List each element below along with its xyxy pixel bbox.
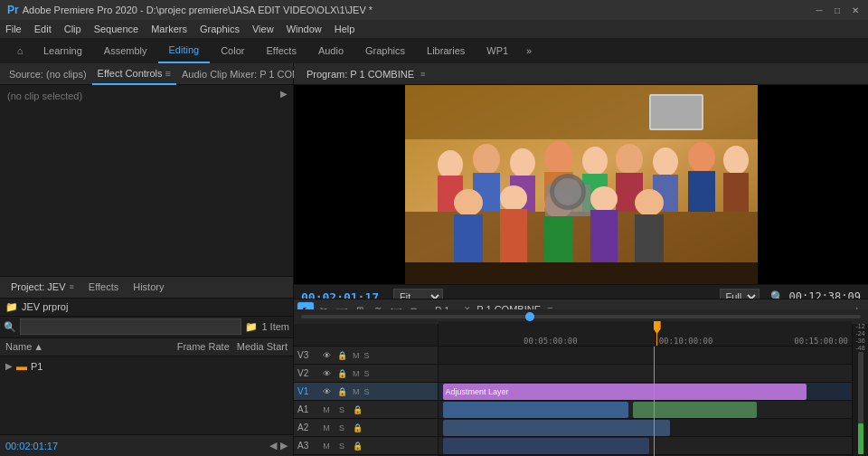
search-row: 🔍 📁 1 Item bbox=[0, 317, 293, 338]
svg-point-19 bbox=[688, 142, 715, 173]
timeline-main-area: V3 👁 🔒 M S V2 👁 🔒 M S bbox=[294, 321, 868, 456]
program-monitor-tab[interactable]: Program: P 1 COMBINE ≡ bbox=[301, 63, 430, 85]
nav-audio[interactable]: Audio bbox=[307, 38, 354, 63]
menu-file[interactable]: File bbox=[5, 24, 22, 34]
track-name-a2: A2 bbox=[297, 423, 317, 432]
nav-editing[interactable]: Editing bbox=[158, 38, 211, 63]
footer-icon-prev[interactable]: ◀ bbox=[269, 440, 277, 451]
svg-point-29 bbox=[590, 186, 618, 212]
panel-expand-button[interactable]: ▶ bbox=[280, 89, 288, 99]
menu-window[interactable]: Window bbox=[287, 24, 322, 34]
search-input[interactable] bbox=[20, 318, 241, 335]
history-tab[interactable]: History bbox=[126, 276, 171, 298]
timeline-ruler[interactable]: 00:05:00:00 00:10:00:00 00:15:00:00 bbox=[439, 321, 852, 347]
source-tabs-row: Source: (no clips) Effect Controls ≡ Aud… bbox=[0, 63, 293, 85]
nav-wp1[interactable]: WP1 bbox=[476, 38, 519, 63]
scrub-track[interactable] bbox=[301, 315, 861, 318]
footer-icon-next[interactable]: ▶ bbox=[280, 440, 288, 451]
track-mute-a3[interactable]: M bbox=[320, 440, 333, 452]
source-tab[interactable]: Source: (no clips) bbox=[4, 63, 92, 85]
effects-tab[interactable]: Effects bbox=[81, 276, 126, 298]
video-preview bbox=[294, 85, 868, 284]
project-tab[interactable]: Project: JEV ≡ bbox=[4, 276, 81, 298]
workspace-tabs: Learning Assembly Editing Color Effects … bbox=[33, 38, 519, 63]
track-mute-a1[interactable]: M bbox=[320, 404, 333, 416]
track-lane-a1[interactable] bbox=[439, 401, 852, 419]
svg-rect-32 bbox=[635, 214, 664, 262]
svg-point-35 bbox=[554, 178, 581, 205]
program-label: Program: P 1 COMBINE bbox=[307, 69, 414, 80]
project-folder-row: 📁 JEV prproj bbox=[0, 299, 293, 317]
list-item[interactable]: ▶ ▬ P1 bbox=[0, 356, 293, 376]
maximize-button[interactable]: □ bbox=[832, 5, 843, 15]
menu-help[interactable]: Help bbox=[335, 24, 355, 34]
clip-adjustment-layer[interactable]: Adjustment Layer bbox=[443, 384, 807, 400]
tracks-scroll-area[interactable]: Adjustment Layer bbox=[439, 347, 852, 456]
track-name-v2: V2 bbox=[297, 368, 317, 378]
track-lane-a2[interactable] bbox=[439, 419, 852, 437]
nav-color[interactable]: Color bbox=[210, 38, 255, 63]
track-sync-v2: M bbox=[353, 369, 360, 378]
menu-edit[interactable]: Edit bbox=[34, 24, 52, 34]
track-solo-a2[interactable]: S bbox=[335, 422, 348, 434]
track-list: V3 👁 🔒 M S V2 👁 🔒 M S bbox=[294, 347, 438, 456]
nav-learning[interactable]: Learning bbox=[33, 38, 93, 63]
track-lane-v1[interactable]: Adjustment Layer bbox=[439, 383, 852, 401]
track-eye-v2[interactable]: 👁 bbox=[320, 367, 333, 380]
svg-point-7 bbox=[473, 144, 500, 175]
nav-graphics[interactable]: Graphics bbox=[354, 38, 416, 63]
menu-sequence[interactable]: Sequence bbox=[94, 24, 139, 34]
playhead-line bbox=[656, 321, 657, 346]
ruler-labels-row: 00:05:00:00 00:10:00:00 00:15:00:00 bbox=[439, 337, 852, 346]
track-solo-a3[interactable]: S bbox=[335, 440, 348, 452]
track-lock-v2[interactable]: 🔒 bbox=[335, 367, 348, 380]
source-label: Source: (no clips) bbox=[9, 69, 87, 80]
adobe-icon: Pr bbox=[7, 4, 19, 16]
nav-more-button[interactable]: » bbox=[523, 45, 535, 56]
effect-controls-tab[interactable]: Effect Controls ≡ bbox=[92, 63, 176, 85]
svg-rect-22 bbox=[723, 173, 749, 212]
clip-a2-content[interactable] bbox=[443, 420, 670, 436]
nav-assembly[interactable]: Assembly bbox=[93, 38, 158, 63]
track-lane-a3[interactable] bbox=[439, 437, 852, 455]
track-solo-a1[interactable]: S bbox=[335, 404, 348, 416]
track-lock-a2[interactable]: 🔒 bbox=[351, 422, 363, 434]
track-name-a1: A1 bbox=[297, 404, 317, 414]
effect-controls-panel: (no clip selected) ▶ bbox=[0, 85, 293, 276]
volume-meter: -12 -24 -36 -48 bbox=[852, 321, 868, 456]
track-lock-v1[interactable]: 🔒 bbox=[335, 385, 348, 398]
clip-a3-content[interactable] bbox=[443, 438, 650, 454]
track-lane-v3[interactable] bbox=[439, 347, 852, 365]
svg-point-23 bbox=[454, 189, 483, 216]
menu-view[interactable]: View bbox=[252, 24, 274, 34]
track-mute-a2[interactable]: M bbox=[320, 422, 333, 434]
track-row-v3: V3 👁 🔒 M S bbox=[294, 347, 438, 365]
clip-a1-content[interactable] bbox=[443, 402, 629, 418]
ruler-label-10min: 00:10:00:00 bbox=[659, 337, 713, 346]
track-lock-a3[interactable]: 🔒 bbox=[351, 440, 363, 452]
track-lock-a1[interactable]: 🔒 bbox=[351, 404, 363, 416]
new-folder-button[interactable]: 📁 bbox=[245, 321, 258, 333]
home-button[interactable]: ⌂ bbox=[7, 38, 33, 63]
menu-markers[interactable]: Markers bbox=[151, 24, 187, 34]
project-panel-footer: 00:02:01:17 ◀ ▶ bbox=[0, 434, 293, 456]
track-lock-v3[interactable]: 🔒 bbox=[335, 349, 348, 362]
nav-effects[interactable]: Effects bbox=[255, 38, 307, 63]
track-lane-v2[interactable] bbox=[439, 365, 852, 383]
project-tabs-row: Project: JEV ≡ Effects History bbox=[0, 277, 293, 299]
effects-label: Effects bbox=[89, 281, 118, 292]
menu-graphics[interactable]: Graphics bbox=[200, 24, 240, 34]
project-label: Project: JEV bbox=[11, 281, 66, 292]
item-count: 1 Item bbox=[261, 321, 289, 332]
window-title: Adobe Premiere Pro 2020 - D:\projec prem… bbox=[23, 5, 373, 15]
track-row-v2: V2 👁 🔒 M S bbox=[294, 365, 438, 383]
close-button[interactable]: ✕ bbox=[850, 5, 861, 15]
menu-clip[interactable]: Clip bbox=[64, 24, 81, 34]
track-eye-v3[interactable]: 👁 bbox=[320, 349, 333, 362]
col-start-label: Media Start bbox=[237, 341, 288, 352]
nav-libraries[interactable]: Libraries bbox=[416, 38, 476, 63]
clip-a1-content2[interactable] bbox=[633, 402, 757, 418]
track-eye-v1[interactable]: 👁 bbox=[320, 385, 333, 398]
expand-arrow-icon[interactable]: ▶ bbox=[5, 361, 13, 371]
minimize-button[interactable]: ─ bbox=[814, 5, 825, 15]
